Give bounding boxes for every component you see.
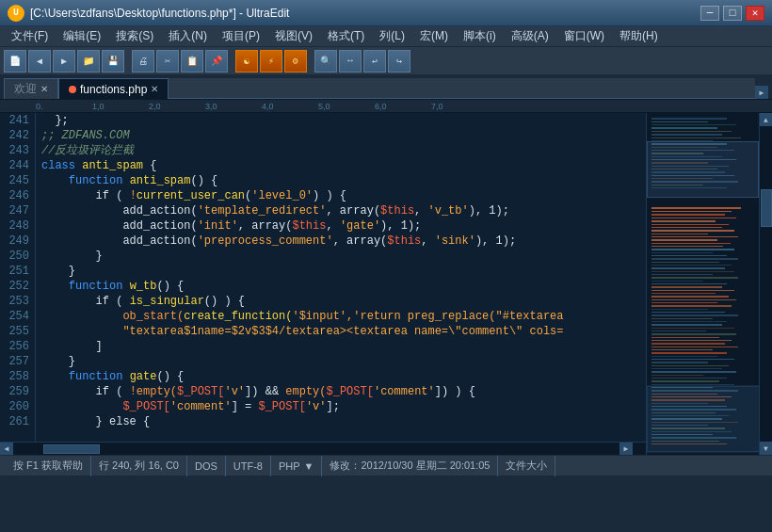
toolbar-btn-special3[interactable]: ⚙ <box>284 50 307 73</box>
code-segment: $_POST[ <box>258 399 305 414</box>
toolbar-btn-redo[interactable]: ↪ <box>388 50 410 73</box>
hscroll-left[interactable]: ◀ <box>0 443 13 456</box>
code-segment: class <box>41 158 82 173</box>
scroll-down-button[interactable]: ▼ <box>760 442 773 455</box>
menu-item-12[interactable]: 帮助(H) <box>612 26 666 46</box>
code-segment: $_POST[ <box>41 399 170 414</box>
svg-rect-73 <box>651 365 729 366</box>
toolbar-btn-copy[interactable]: 📋 <box>181 50 203 73</box>
status-language[interactable]: PHP ▼ <box>271 456 323 476</box>
line-num-260: 260 <box>0 399 29 414</box>
line-num-248: 248 <box>0 218 29 234</box>
hscroll-thumb[interactable] <box>43 444 100 454</box>
tab-functions-php-close[interactable]: ✕ <box>151 84 158 94</box>
code-segment: } <box>41 354 75 369</box>
code-segment: , <box>421 234 434 249</box>
menu-item-10[interactable]: 高级(A) <box>504 26 556 46</box>
ruler-50: 5,0 <box>318 102 375 111</box>
menu-item-4[interactable]: 项目(P) <box>215 26 267 46</box>
toolbar-btn-new[interactable]: 📄 <box>4 50 26 73</box>
svg-rect-48 <box>651 286 722 288</box>
toolbar-sep-3 <box>309 50 313 73</box>
code-line-243: //反垃圾评论拦截 <box>41 143 640 158</box>
toolbar-btn-cut[interactable]: ✂ <box>156 50 179 73</box>
menu-item-2[interactable]: 搜索(S) <box>108 26 161 46</box>
tab-welcome[interactable]: 欢迎 ✕ <box>4 78 58 99</box>
toolbar-btn-back[interactable]: ◀ <box>28 50 51 73</box>
svg-rect-36 <box>651 249 734 250</box>
tab-welcome-close[interactable]: ✕ <box>40 84 48 94</box>
svg-rect-34 <box>651 243 731 244</box>
svg-rect-99 <box>647 386 759 452</box>
svg-rect-39 <box>651 258 738 260</box>
svg-rect-57 <box>651 314 738 316</box>
code-segment: ob_start( <box>41 309 184 324</box>
vscrollbar: ▲ ▼ <box>759 113 772 455</box>
code-segment: ]) && <box>245 384 285 399</box>
svg-rect-37 <box>651 252 713 253</box>
code-line-247: add_action('template_redirect', array($t… <box>41 203 640 218</box>
toolbar-btn-search[interactable]: 🔍 <box>314 50 337 73</box>
ruler-row: 0. 1,0 2,0 3,0 4,0 5,0 6,0 7,0 <box>0 100 772 113</box>
scroll-track[interactable] <box>760 126 773 442</box>
menu-item-8[interactable]: 宏(M) <box>412 26 456 46</box>
scroll-thumb[interactable] <box>761 189 772 227</box>
menu-item-3[interactable]: 插入(N) <box>161 26 215 46</box>
code-content[interactable]: };;; ZDFANS.COM//反垃圾评论拦截class anti_spam … <box>36 113 646 442</box>
minimap-viewport <box>647 141 759 198</box>
code-segment: } else { <box>41 414 150 429</box>
editor-container[interactable]: 2412422432442452462472482492502512522532… <box>0 113 646 455</box>
hscroll-track[interactable] <box>13 443 619 456</box>
code-segment: } <box>41 264 75 279</box>
code-segment: ] = <box>232 399 259 414</box>
svg-rect-76 <box>651 375 703 376</box>
maximize-button[interactable]: □ <box>723 6 742 21</box>
minimize-button[interactable]: ─ <box>700 6 719 21</box>
hscrollbar[interactable]: ◀ ▶ <box>0 443 633 455</box>
svg-rect-27 <box>651 220 716 222</box>
svg-rect-32 <box>651 236 738 237</box>
menu-item-7[interactable]: 列(L) <box>372 26 412 46</box>
ruler-30: 3,0 <box>205 102 262 111</box>
code-line-245: function anti_spam() { <box>41 173 640 188</box>
code-segment: !empty( <box>130 384 177 399</box>
svg-rect-31 <box>651 234 708 234</box>
toolbar-btn-undo[interactable]: ↩ <box>363 50 386 73</box>
menu-item-5[interactable]: 视图(V) <box>267 26 320 46</box>
menu-item-1[interactable]: 编辑(E) <box>56 26 108 46</box>
code-segment: () { <box>190 173 217 188</box>
title-bar: U [C:\Users\zdfans\Desktop\functions.php… <box>0 0 772 26</box>
code-segment: ), 1); <box>475 234 516 249</box>
code-segment: empty( <box>285 384 326 399</box>
status-language-arrow: ▼ <box>304 460 314 472</box>
toolbar-btn-forward[interactable]: ▶ <box>53 50 75 73</box>
close-button[interactable]: ✕ <box>746 6 764 21</box>
code-area[interactable]: 2412422432442452462472482492502512522532… <box>0 113 646 442</box>
tab-functions-php[interactable]: functions.php ✕ <box>58 78 169 99</box>
scroll-up-button[interactable]: ▲ <box>760 113 773 126</box>
toolbar-btn-special1[interactable]: ☯ <box>235 50 258 73</box>
svg-rect-51 <box>651 296 729 298</box>
menu-item-9[interactable]: 脚本(i) <box>456 26 504 46</box>
menu-item-0[interactable]: 文件(F) <box>4 26 56 46</box>
tab-scroll-right[interactable]: ▶ <box>755 86 768 99</box>
code-line-258: function gate() { <box>41 369 640 384</box>
svg-rect-61 <box>651 328 734 329</box>
toolbar-btn-replace[interactable]: ↔ <box>339 50 362 73</box>
toolbar-btn-paste[interactable]: 📌 <box>205 50 228 73</box>
menu-item-11[interactable]: 窗口(W) <box>556 26 612 46</box>
toolbar-btn-save[interactable]: 💾 <box>102 50 124 73</box>
toolbar-btn-open[interactable]: 📁 <box>77 50 100 73</box>
hscroll-right[interactable]: ▶ <box>619 443 633 456</box>
ruler-0: 0. <box>36 102 92 111</box>
toolbar-btn-print[interactable]: 🖨 <box>132 50 154 73</box>
ruler-10: 1,0 <box>92 102 149 111</box>
code-line-257: } <box>41 354 640 369</box>
code-segment: , <box>326 218 339 234</box>
code-segment: } <box>41 249 103 264</box>
toolbar-btn-special2[interactable]: ⚡ <box>260 50 282 73</box>
svg-rect-65 <box>651 340 732 341</box>
menu-item-6[interactable]: 格式(T) <box>320 26 372 46</box>
svg-rect-28 <box>651 224 729 225</box>
code-line-244: class anti_spam { <box>41 158 640 173</box>
